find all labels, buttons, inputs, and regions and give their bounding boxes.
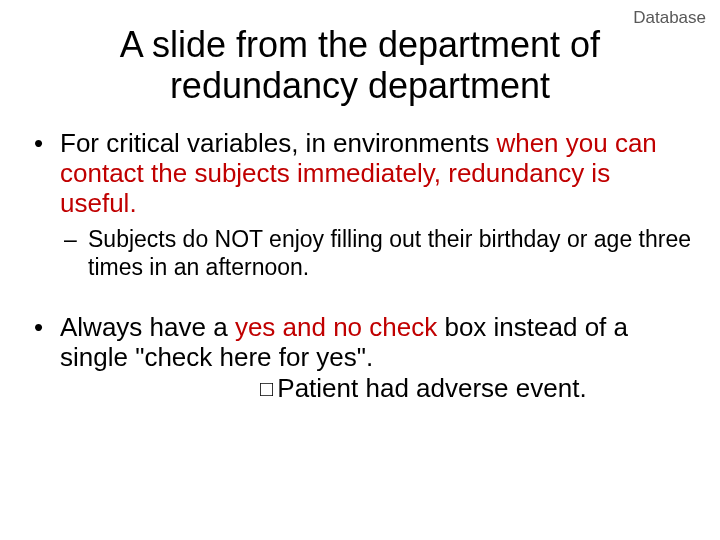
bullet-2-text-red: yes and no check — [235, 312, 445, 342]
slide-body: For critical variables, in environments … — [0, 129, 720, 405]
bullet-2: Always have a yes and no check box inste… — [28, 313, 692, 405]
bullet-1-sub: Subjects do NOT enjoy filling out their … — [60, 226, 692, 280]
checkbox-example: □Patient had adverse event. — [260, 374, 692, 404]
bullet-2-text-pre: Always have a — [60, 312, 235, 342]
bullet-1-text-pre: For critical variables, in environments — [60, 128, 496, 158]
slide-title: A slide from the department of redundanc… — [90, 24, 630, 107]
checkbox-label: Patient had adverse event. — [277, 373, 586, 403]
checkbox-icon: □ — [260, 376, 273, 401]
corner-label: Database — [633, 8, 706, 28]
bullet-1: For critical variables, in environments … — [28, 129, 692, 281]
